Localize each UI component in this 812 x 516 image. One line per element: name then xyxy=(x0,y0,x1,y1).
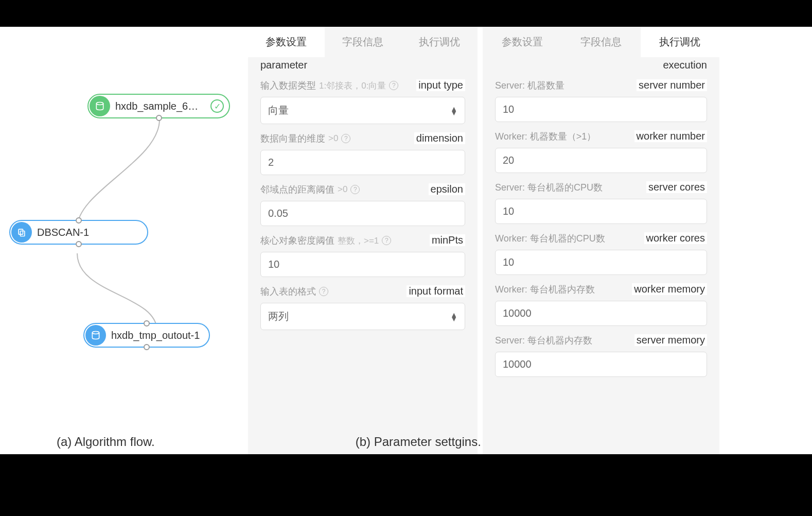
svg-point-2 xyxy=(96,102,103,105)
annotation-execution: execution xyxy=(483,57,719,74)
check-icon: ✓ xyxy=(210,99,224,113)
node-label: DBSCAN-1 xyxy=(37,227,98,238)
input-minpts[interactable] xyxy=(260,252,465,277)
help-icon[interactable]: ? xyxy=(350,185,360,194)
field-input-format: 输入表的格式 ? input format 两列 ▲▼ xyxy=(248,280,478,330)
node-label: hxdb_tmp_outout-1 xyxy=(111,330,209,341)
node-output-port[interactable] xyxy=(156,115,162,121)
tab-execution[interactable]: 执行调优 xyxy=(401,27,478,57)
help-icon[interactable]: ? xyxy=(389,81,398,90)
node-output-port[interactable] xyxy=(144,344,150,350)
help-icon[interactable]: ? xyxy=(341,134,350,143)
input-worker-memory[interactable] xyxy=(495,301,707,326)
captions-row: (a) Algorithm flow. (b) Parameter settgi… xyxy=(0,435,812,449)
annotation-epsilon: epsilon xyxy=(429,183,465,195)
annotation-server-cores: server cores xyxy=(646,181,707,193)
svg-point-5 xyxy=(92,332,99,334)
input-worker-number[interactable] xyxy=(495,148,707,173)
tab-parameter[interactable]: 参数设置 xyxy=(248,27,325,57)
annotation-input-type: input type xyxy=(416,79,465,91)
tab-parameter[interactable]: 参数设置 xyxy=(483,27,561,57)
field-worker-number: Worker: 机器数量（>1） worker number xyxy=(483,125,719,176)
algorithm-flow-panel: hxdb_sample_6… ✓ DBSCAN-1 hxdb_tmp_outou… xyxy=(0,27,248,454)
flow-node-source[interactable]: hxdb_sample_6… ✓ xyxy=(87,94,230,118)
help-icon[interactable]: ? xyxy=(319,287,328,296)
annotation-worker-cores: worker cores xyxy=(644,232,707,244)
field-server-memory: Server: 每台机器内存数 server memory xyxy=(483,329,719,380)
param-tabs: 参数设置 字段信息 执行调优 xyxy=(248,27,478,57)
input-server-cores[interactable] xyxy=(495,199,707,224)
node-input-port[interactable] xyxy=(144,320,150,326)
field-minpts: 核心对象密度阈值 整数，>=1 ? minPts xyxy=(248,229,478,280)
database-icon xyxy=(85,325,106,346)
select-arrows-icon: ▲▼ xyxy=(450,313,457,321)
copy-icon xyxy=(11,222,32,243)
field-server-number: Server: 机器数量 server number xyxy=(483,74,719,125)
caption-b: (b) Parameter settgins. xyxy=(356,435,481,449)
help-icon[interactable]: ? xyxy=(382,236,391,245)
main-content: hxdb_sample_6… ✓ DBSCAN-1 hxdb_tmp_outou… xyxy=(0,27,812,454)
database-icon xyxy=(90,96,110,116)
input-server-memory[interactable] xyxy=(495,352,707,377)
annotation-server-memory: server memory xyxy=(634,334,707,346)
select-arrows-icon: ▲▼ xyxy=(450,107,457,115)
bottom-black-bar xyxy=(0,454,812,516)
field-dimension: 数据向量的维度 >0 ? dimension xyxy=(248,127,478,178)
annotation-server-number: server number xyxy=(637,79,707,91)
caption-a: (a) Algorithm flow. xyxy=(57,435,155,449)
field-worker-memory: Worker: 每台机器内存数 worker memory xyxy=(483,278,719,329)
node-output-port[interactable] xyxy=(76,241,82,247)
annotation-parameter: parameter xyxy=(248,57,478,74)
input-worker-cores[interactable] xyxy=(495,250,707,275)
field-input-type: 输入数据类型 1:邻接表，0:向量 ? input type 向量 ▲▼ xyxy=(248,74,478,124)
node-input-port[interactable] xyxy=(76,217,82,223)
annotation-worker-number: worker number xyxy=(634,130,707,142)
node-label: hxdb_sample_6… xyxy=(115,100,207,112)
exec-tabs: 参数设置 字段信息 执行调优 xyxy=(483,27,719,57)
field-epsilon: 邻域点的距离阈值 >0 ? epsilon xyxy=(248,178,478,229)
top-black-bar xyxy=(0,0,812,27)
field-worker-cores: Worker: 每台机器的CPU数 worker cores xyxy=(483,227,719,278)
flow-node-dbscan[interactable]: DBSCAN-1 xyxy=(9,220,148,245)
parameter-panel: 参数设置 字段信息 执行调优 parameter 输入数据类型 1:邻接表，0:… xyxy=(248,27,478,454)
input-epsilon[interactable] xyxy=(260,201,465,226)
flow-edges xyxy=(10,37,238,372)
select-input-type[interactable]: 向量 ▲▼ xyxy=(260,97,465,124)
execution-panel: 参数设置 字段信息 执行调优 execution Server: 机器数量 se… xyxy=(483,27,719,454)
field-server-cores: Server: 每台机器的CPU数 server cores xyxy=(483,176,719,227)
tab-execution[interactable]: 执行调优 xyxy=(641,27,719,57)
annotation-input-format: input format xyxy=(407,285,465,297)
tab-fields[interactable]: 字段信息 xyxy=(325,27,401,57)
annotation-minpts: minPts xyxy=(430,234,465,246)
flow-node-output[interactable]: hxdb_tmp_outout-1 xyxy=(83,323,210,348)
input-dimension[interactable] xyxy=(260,150,465,175)
select-input-format[interactable]: 两列 ▲▼ xyxy=(260,303,465,330)
input-server-number[interactable] xyxy=(495,97,707,122)
svg-rect-4 xyxy=(21,231,25,236)
svg-rect-3 xyxy=(19,229,23,234)
annotation-worker-memory: worker memory xyxy=(632,283,707,295)
tab-fields[interactable]: 字段信息 xyxy=(561,27,640,57)
annotation-dimension: dimension xyxy=(414,132,465,144)
